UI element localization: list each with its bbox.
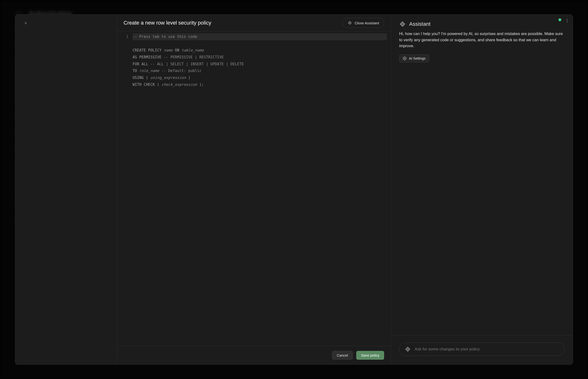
assistant-pane: Assistant Hi, how can I help you? I'm po… (391, 15, 573, 364)
rls-policy-modal: Create a new row level security policy C… (15, 14, 573, 365)
assistant-header: Assistant (391, 15, 573, 30)
close-assistant-label: Close Assistant (355, 21, 379, 25)
assistant-title: Assistant (409, 21, 430, 27)
assistant-intro: Hi, how can I help you? I'm powered by A… (391, 30, 573, 53)
svg-rect-1 (349, 22, 351, 24)
cancel-button[interactable]: Cancel (332, 351, 353, 360)
sql-editor[interactable]: 1 -- Press tab to use this code CREATE P… (117, 32, 391, 346)
svg-rect-5 (406, 347, 410, 351)
line-number: 1 (117, 33, 128, 40)
ai-diamond-icon (405, 346, 411, 352)
ai-settings-button[interactable]: AI Settings (399, 54, 429, 63)
modal-editor-pane: Create a new row level security policy C… (117, 15, 391, 364)
assistant-input-wrap[interactable] (399, 343, 565, 356)
modal-footer: Cancel Save policy (117, 346, 391, 364)
status-indicator-icon (558, 18, 561, 21)
ai-settings-label: AI Settings (409, 57, 426, 60)
modal-title: Create a new row level security policy (124, 20, 211, 26)
editor-gutter: 1 (117, 32, 132, 346)
more-menu-icon[interactable] (565, 17, 569, 24)
close-assistant-button[interactable]: Close Assistant (342, 18, 384, 28)
svg-rect-3 (401, 23, 404, 25)
svg-rect-2 (400, 22, 405, 27)
ai-diamond-icon (348, 20, 352, 25)
svg-rect-0 (348, 21, 351, 25)
close-icon[interactable] (22, 20, 29, 27)
ai-diamond-icon (399, 21, 406, 27)
editor-body[interactable]: -- Press tab to use this code CREATE POL… (132, 32, 391, 346)
assistant-footer (391, 335, 573, 364)
modal-header: Create a new row level security policy C… (117, 15, 391, 32)
modal-left-gutter (15, 15, 117, 364)
svg-point-4 (404, 58, 405, 59)
svg-rect-6 (407, 348, 409, 350)
editor-hint: -- Press tab to use this code (133, 33, 387, 40)
save-policy-button[interactable]: Save policy (356, 351, 384, 360)
gear-icon (403, 57, 407, 60)
assistant-body-spacer (391, 63, 573, 335)
assistant-prompt-input[interactable] (415, 347, 559, 352)
